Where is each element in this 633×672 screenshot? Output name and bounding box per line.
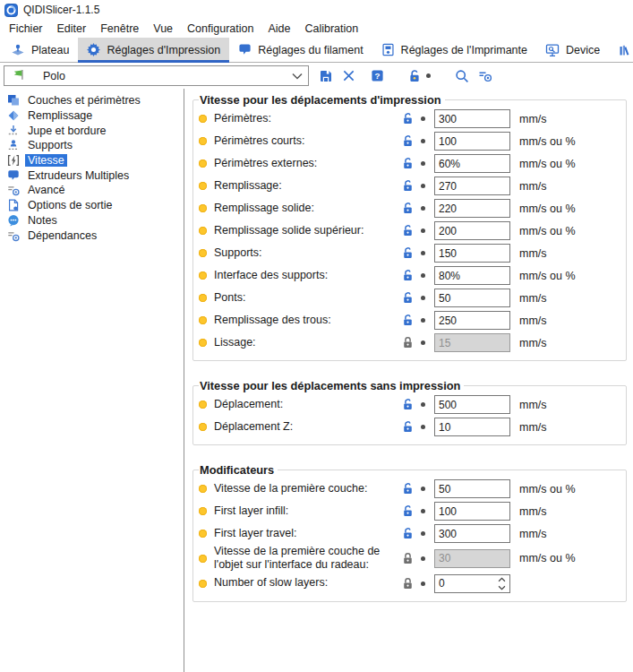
- sidebar-item-options-de-sortie[interactable]: Options de sortie: [6, 198, 184, 213]
- modified-bullet-icon: [199, 423, 207, 431]
- lock-open-icon[interactable]: [402, 527, 421, 540]
- setting-input[interactable]: [434, 549, 510, 568]
- setting-input[interactable]: [434, 289, 510, 307]
- lock-open-icon[interactable]: [402, 314, 421, 327]
- search-button[interactable]: [452, 65, 472, 87]
- lock-open-icon[interactable]: [402, 269, 421, 282]
- tab-reglages-d-impression[interactable]: Réglages d'Impression: [78, 38, 229, 62]
- tab-reglages-de-l-imprimante[interactable]: Réglages de l'Imprimante: [372, 38, 536, 62]
- revert-dot-icon: [421, 251, 425, 255]
- sidebar-item-avance[interactable]: Avancé: [6, 183, 184, 198]
- tab-device[interactable]: Device: [536, 38, 609, 62]
- sidebar-item-couches-et-perimetres[interactable]: Couches et périmètres: [6, 93, 184, 108]
- save-preset-button[interactable]: [316, 65, 336, 87]
- lock-open-icon[interactable]: [402, 157, 421, 170]
- setting-input[interactable]: [434, 418, 510, 436]
- setting-input[interactable]: [434, 333, 510, 352]
- lock-open-icon[interactable]: [405, 65, 424, 87]
- revert-dot-icon: [421, 582, 425, 586]
- group-title: Vitesse pour les déplacements d'impressi…: [199, 93, 445, 107]
- menu-item-fichier[interactable]: Fichier: [2, 21, 50, 37]
- supports-icon: [6, 139, 20, 151]
- plater-icon: [11, 43, 25, 57]
- modified-bullet-icon: [199, 530, 207, 538]
- setting-row-vitesse-de-la-premiere-couche: Vitesse de la première couche:mm/s ou %: [199, 478, 620, 500]
- setting-label: Vitesse de la première couche de l'objet…: [214, 545, 402, 573]
- lock-open-icon[interactable]: [402, 504, 421, 518]
- app-logo-icon: [4, 4, 18, 17]
- preset-name: Polo: [43, 70, 65, 82]
- revert-dot-icon: [421, 402, 425, 407]
- modified-bullet-icon: [199, 159, 207, 168]
- lock-open-icon[interactable]: [402, 246, 421, 260]
- sidebar-item-notes[interactable]: Notes: [6, 213, 184, 228]
- spinner-up-icon[interactable]: [496, 576, 507, 583]
- menu-bar: FichierEditerFenêtreVueConfigurationAide…: [0, 20, 633, 38]
- lock-open-icon[interactable]: [402, 398, 421, 411]
- flag-icon: [12, 68, 25, 84]
- setting-input[interactable]: [434, 132, 510, 151]
- setting-row-deplacement: Déplacement:mm/s: [199, 393, 620, 416]
- lock-open-icon[interactable]: [402, 179, 421, 193]
- compare-settings-button[interactable]: [475, 65, 495, 87]
- lock-open-icon[interactable]: [402, 224, 421, 237]
- setting-input[interactable]: [434, 154, 510, 173]
- preset-combobox[interactable]: Polo: [4, 65, 309, 86]
- tab-bar: PlateauRéglages d'ImpressionRéglages du …: [0, 38, 633, 63]
- lock-open-icon[interactable]: [402, 134, 421, 148]
- help-button[interactable]: ?: [367, 65, 387, 87]
- setting-input[interactable]: [434, 266, 510, 285]
- tab-reglages-du-filament[interactable]: Réglages du filament: [229, 38, 372, 62]
- setting-row-interface-des-supports: Interface des supports:mm/s ou %: [199, 264, 620, 287]
- lock-open-icon[interactable]: [402, 202, 421, 215]
- window-title: QIDISlicer-1.1.5: [23, 4, 99, 16]
- tab-plateau[interactable]: Plateau: [2, 38, 78, 62]
- revert-dot-icon: [421, 273, 425, 278]
- setting-input[interactable]: [434, 479, 510, 498]
- setting-input[interactable]: [434, 109, 510, 128]
- lock-closed-icon[interactable]: [402, 336, 421, 349]
- chevron-down-icon: [292, 70, 303, 82]
- settings-category-sidebar: Couches et périmètresRemplissageJupe et …: [0, 89, 184, 672]
- setting-input[interactable]: [434, 221, 510, 240]
- lock-open-icon[interactable]: [402, 482, 421, 495]
- menu-item-fenetre[interactable]: Fenêtre: [93, 21, 146, 37]
- multi-extruder-icon: [6, 169, 20, 182]
- sidebar-item-vitesse[interactable]: Vitesse: [6, 153, 184, 168]
- setting-input[interactable]: [434, 502, 510, 521]
- lock-closed-icon[interactable]: [402, 577, 421, 590]
- unit-label: mm/s: [513, 528, 620, 540]
- lock-open-icon[interactable]: [402, 112, 421, 125]
- modified-bullet-icon: [199, 271, 207, 280]
- setting-label: Périmètres:: [214, 112, 402, 125]
- sidebar-item-extrudeurs-multiples[interactable]: Extrudeurs Multiples: [6, 168, 184, 183]
- preset-toolbar: Polo ?: [0, 63, 633, 89]
- setting-input[interactable]: [434, 524, 510, 543]
- menu-item-aide[interactable]: Aide: [261, 21, 297, 37]
- setting-input[interactable]: [434, 244, 510, 263]
- menu-item-editer[interactable]: Editer: [50, 21, 94, 37]
- delete-preset-button[interactable]: [338, 65, 358, 87]
- setting-input[interactable]: [434, 177, 510, 195]
- lock-open-icon[interactable]: [402, 291, 421, 305]
- setting-input[interactable]: [434, 311, 510, 330]
- sidebar-item-label: Vitesse: [25, 154, 67, 167]
- lock-open-icon[interactable]: [402, 420, 421, 434]
- setting-input[interactable]: [434, 199, 510, 218]
- menu-item-calibration[interactable]: Calibration: [297, 21, 365, 37]
- unit-label: mm/s ou %: [513, 270, 620, 282]
- settings-group-modificateurs: ModificateursVitesse de la première couc…: [192, 463, 627, 602]
- menu-item-vue[interactable]: Vue: [146, 21, 180, 37]
- setting-input[interactable]: [434, 395, 510, 414]
- sidebar-item-supports[interactable]: Supports: [6, 138, 184, 153]
- layers-icon: [6, 94, 20, 107]
- sidebar-item-jupe-et-bordure[interactable]: Jupe et bordure: [6, 123, 184, 138]
- sidebar-item-dependances[interactable]: Dépendances: [6, 228, 184, 243]
- tab-guide[interactable]: Guide: [609, 38, 633, 62]
- menu-item-configuration[interactable]: Configuration: [180, 21, 261, 37]
- lock-closed-icon[interactable]: [402, 552, 421, 565]
- spinner-down-icon[interactable]: [496, 584, 507, 591]
- unit-label: mm/s ou %: [513, 135, 620, 148]
- sidebar-item-remplissage[interactable]: Remplissage: [6, 108, 184, 124]
- setting-row-supports: Supports:mm/s: [199, 242, 620, 264]
